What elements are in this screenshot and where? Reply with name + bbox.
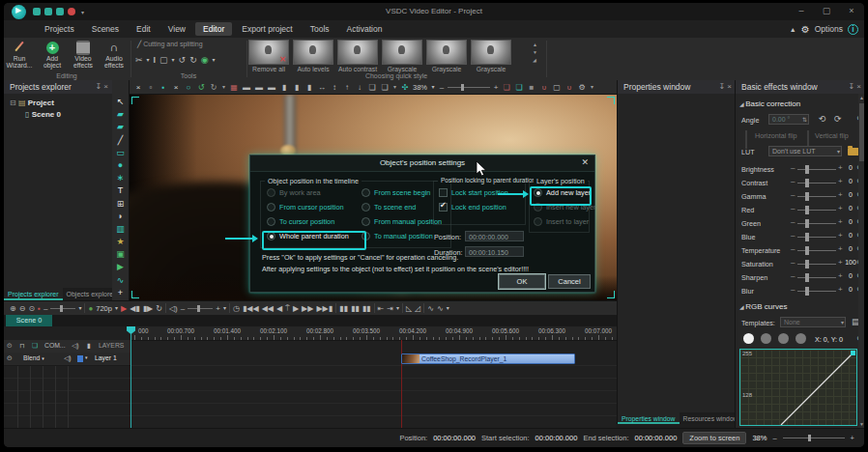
speed-icon[interactable]: ◉ xyxy=(201,54,209,66)
image-icon[interactable]: ▣ xyxy=(114,248,128,260)
play-icon[interactable]: ▶ xyxy=(121,302,127,315)
clear-icon[interactable]: × xyxy=(171,81,181,94)
scroll-down-icon[interactable]: ▼ xyxy=(858,421,864,427)
settings-icon[interactable]: ⚙ xyxy=(577,81,587,94)
radio-insert-to-layer[interactable]: Insert to layer xyxy=(534,214,596,229)
move-down-icon[interactable]: ↓ xyxy=(355,81,364,94)
go-start-icon[interactable]: ▮◀◀ xyxy=(243,302,259,315)
rect-marker-icon[interactable]: ■ xyxy=(527,81,536,94)
curve-b-icon[interactable]: ∿ xyxy=(437,302,444,315)
slider-track[interactable] xyxy=(797,250,836,251)
paste-special-icon[interactable]: ❏ xyxy=(380,81,390,94)
toolbar-slider[interactable] xyxy=(50,308,75,309)
slider-handle[interactable] xyxy=(60,305,63,312)
open-project-icon[interactable] xyxy=(44,8,52,15)
slider-handle[interactable] xyxy=(805,165,809,174)
split-icon[interactable]: I xyxy=(154,54,157,66)
slider-track[interactable] xyxy=(797,237,836,238)
radio-to-cursor-position[interactable]: To cursor position xyxy=(267,214,349,229)
zoom-selection-icon[interactable]: ⊙ xyxy=(28,302,35,315)
pointer-icon[interactable]: ↖ xyxy=(114,96,128,107)
snap-b-icon[interactable]: ◿ xyxy=(415,302,420,315)
channel-red-button[interactable] xyxy=(761,333,771,344)
slider-minus-icon[interactable]: – xyxy=(791,271,795,280)
toolbar-slider[interactable] xyxy=(188,308,213,309)
dropdown-icon[interactable]: ▾ xyxy=(213,54,216,66)
rectangle-icon[interactable]: ▭ xyxy=(114,147,128,158)
sel-end-icon[interactable]: ⇥ xyxy=(387,302,393,315)
quickstyle-grayscale[interactable]: Grayscale xyxy=(381,40,423,73)
radio-from-scene-begin[interactable]: From scene begin xyxy=(362,185,442,200)
collapse-icon[interactable]: ⊟ xyxy=(10,99,16,107)
slider-plus-icon[interactable]: + xyxy=(838,177,843,185)
align-top-icon[interactable]: ▮ xyxy=(279,81,289,94)
color-chip[interactable] xyxy=(77,355,83,362)
video-icon[interactable]: ▶ xyxy=(114,261,128,272)
zoom-plus-icon[interactable]: + xyxy=(493,81,499,94)
position-input[interactable]: 00:00:00.000 xyxy=(465,231,524,241)
dialog-close-icon[interactable]: ✕ xyxy=(581,157,589,167)
slider-plus-icon[interactable]: + xyxy=(838,190,843,199)
new-project-icon[interactable] xyxy=(33,8,41,15)
visibility-icon[interactable]: ⊙ xyxy=(7,354,13,362)
selection-corner-br[interactable] xyxy=(607,291,615,298)
tab-objects-explorer[interactable]: Objects explorer xyxy=(63,288,120,300)
dropdown-icon[interactable]: ▾ xyxy=(221,81,226,94)
lut-select[interactable]: Don't use LUT▾ xyxy=(768,146,842,156)
slider-handle[interactable] xyxy=(805,233,809,241)
align-bottom-icon[interactable]: ▮ xyxy=(304,81,314,94)
res-dot-icon[interactable]: ● xyxy=(88,302,93,315)
radio-to-scene-end[interactable]: To scene end xyxy=(362,200,442,214)
dashed-select-icon[interactable]: ▢ xyxy=(552,81,562,94)
checkbox-lock-end-position[interactable]: Lock end position xyxy=(439,200,508,214)
slider-minus-icon[interactable]: – xyxy=(791,190,795,199)
ok-button[interactable]: OK xyxy=(499,274,545,289)
selection-corner-tl[interactable] xyxy=(131,97,139,104)
chart-icon[interactable]: ▥ xyxy=(114,223,128,235)
visibility-icon[interactable]: ⊙ xyxy=(7,342,13,350)
slider-track[interactable] xyxy=(797,291,836,292)
slider-plus-icon[interactable]: + xyxy=(838,271,843,280)
maximize-button[interactable]: ▢ xyxy=(814,3,839,20)
align-center-h-icon[interactable]: ▬ xyxy=(254,81,264,94)
paste-icon[interactable]: ❏ xyxy=(367,81,377,94)
slider-minus-icon[interactable]: – xyxy=(791,244,795,253)
group-red-icon[interactable]: ❏ xyxy=(502,81,511,94)
slider-minus-icon[interactable]: – xyxy=(791,204,795,212)
dropdown-icon[interactable]: ▾ xyxy=(392,81,397,94)
step-fwd-icon[interactable]: ▶ xyxy=(293,302,299,315)
scroll-thumb[interactable] xyxy=(859,103,864,161)
pause-1-icon[interactable]: ▮▮ xyxy=(339,302,348,315)
scrollbar-vertical[interactable]: ▲ ▼ xyxy=(858,94,864,428)
sprite-icon[interactable]: ▰ xyxy=(114,108,128,120)
zoom-in-icon[interactable]: + xyxy=(851,434,854,442)
record-icon[interactable]: ▪ xyxy=(38,302,41,315)
slider-track[interactable] xyxy=(797,183,836,184)
align-right-icon[interactable]: ▬ xyxy=(267,81,276,94)
move-up-icon[interactable]: ↑ xyxy=(342,81,352,94)
horizontal-flip-checkbox[interactable] xyxy=(745,130,747,149)
menu-item-view[interactable]: View xyxy=(160,22,193,36)
quickstyle-auto-contrast[interactable]: Auto contrast xyxy=(336,40,379,73)
channel-blue-button[interactable] xyxy=(796,333,806,344)
dropdown-icon[interactable]: ▾ xyxy=(590,81,594,94)
save-project-icon[interactable] xyxy=(56,8,64,15)
slider-handle[interactable] xyxy=(805,273,809,282)
options-button[interactable]: Options xyxy=(815,24,843,34)
bars-icon[interactable]: ▮ xyxy=(87,342,91,350)
radio-from-manual-position[interactable]: From manual position xyxy=(362,214,442,229)
record-icon[interactable] xyxy=(68,8,75,15)
quick-access-dropdown-icon[interactable]: ▾ xyxy=(81,9,84,15)
minus-icon[interactable]: – xyxy=(43,302,47,315)
tooltip-icon[interactable]: ◗ xyxy=(114,211,128,222)
pin-icon[interactable]: ↧ xyxy=(718,82,725,91)
add-object-button[interactable]: + Add object xyxy=(37,41,68,69)
preview-zoom-value[interactable]: 38% xyxy=(413,83,427,92)
collapse-ribbon-icon[interactable]: ▲ xyxy=(790,26,796,33)
run-wizard-button[interactable]: Run Wizard... xyxy=(4,41,35,69)
audio-wave-icon[interactable]: ∿ xyxy=(114,274,128,286)
menu-item-scenes[interactable]: Scenes xyxy=(84,22,127,36)
delete-icon[interactable]: × xyxy=(133,81,143,94)
dropdown-icon[interactable]: ▾ xyxy=(447,302,449,315)
next-marker-icon[interactable]: ▮▶ xyxy=(143,302,154,315)
